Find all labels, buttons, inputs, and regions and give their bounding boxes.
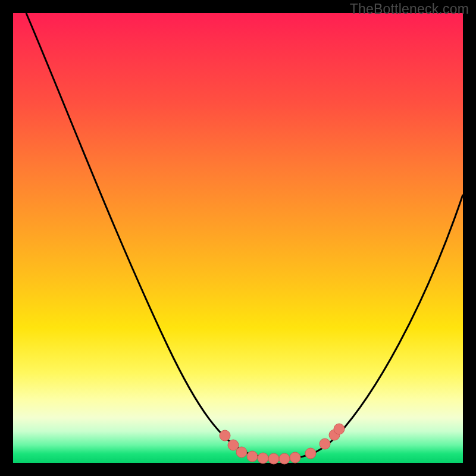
bottleneck-curve — [13, 13, 463, 463]
marker-dot — [220, 430, 230, 441]
watermark-text: TheBottleneck.com — [350, 1, 469, 17]
marker-dot — [305, 448, 316, 459]
curve-markers — [220, 424, 345, 464]
marker-dot — [290, 452, 300, 463]
marker-dot — [320, 439, 330, 449]
marker-dot — [279, 453, 290, 464]
chart-frame: TheBottleneck.com — [0, 0, 476, 476]
marker-dot — [228, 440, 239, 450]
chart-plot-area — [13, 13, 463, 463]
marker-dot — [247, 451, 258, 462]
marker-dot — [236, 447, 247, 458]
curve-path — [26, 13, 463, 459]
marker-dot — [268, 453, 279, 464]
marker-dot — [258, 453, 268, 464]
marker-dot — [334, 424, 345, 434]
